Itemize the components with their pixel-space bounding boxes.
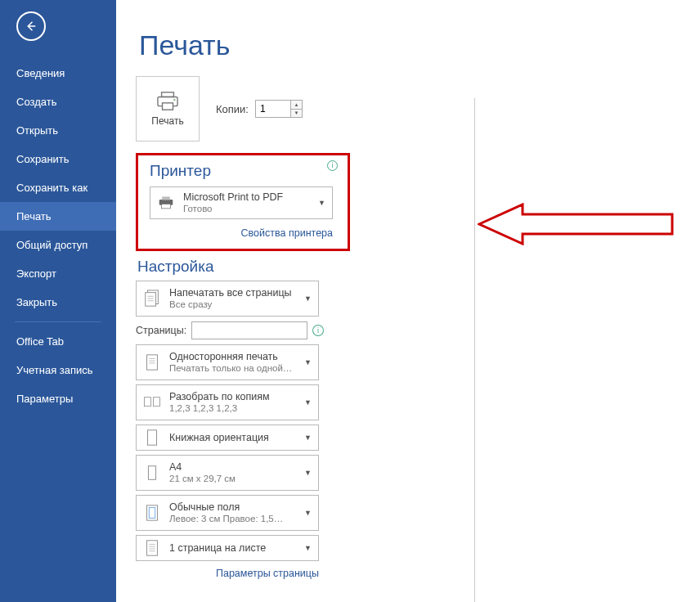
printer-device-icon [157,195,175,210]
printer-status: Готово [183,204,310,215]
svg-rect-8 [146,293,156,307]
setting-per-sheet-name: 1 страница на листе [169,542,296,555]
printer-name: Microsoft Print to PDF [183,191,310,204]
sidebar-item-export[interactable]: Экспорт [0,259,116,288]
pages-stack-icon [143,289,161,308]
svg-rect-0 [162,92,174,97]
setting-collate-sub: 1,2,3 1,2,3 1,2,3 [169,403,296,415]
setting-sides-sub: Печатать только на одной… [169,363,296,375]
pages-label: Страницы: [136,325,186,336]
setting-paper[interactable]: A4 21 см x 29,7 см ▼ [136,455,319,491]
sidebar-item-open[interactable]: Открыть [0,116,116,145]
sidebar-item-close[interactable]: Закрыть [0,288,116,317]
printer-section-highlight: i Принтер Microsoft Print to PDF Готово … [136,153,350,251]
svg-marker-27 [479,204,672,244]
setting-sides-name: Односторонняя печать [169,351,296,363]
settings-heading: Настройка [137,258,324,276]
sidebar-item-office-tab[interactable]: Office Tab [0,327,116,356]
sidebar-item-print[interactable]: Печать [0,202,116,231]
page-single-icon [143,353,161,372]
margins-icon [143,503,161,523]
setting-print-range-name: Напечатать все страницы [169,287,296,299]
main-panel: Печать Печать Копии: ▲▼ i [116,0,700,602]
sidebar-item-account[interactable]: Учетная запись [0,356,116,384]
arrow-left-annotation-icon [478,203,674,245]
annotation-arrow [478,203,674,245]
setting-collate[interactable]: Разобрать по копиям 1,2,3 1,2,3 1,2,3 ▼ [136,384,319,420]
chevron-down-icon: ▼ [304,398,312,407]
portrait-icon [143,428,161,447]
svg-rect-16 [145,398,151,407]
printer-heading: Принтер [150,162,336,180]
setting-orientation-name: Книжная ориентация [169,432,296,444]
pages-input[interactable] [191,321,307,339]
printer-properties-link[interactable]: Свойства принтера [150,227,333,239]
svg-point-3 [173,99,175,101]
printer-info-icon[interactable]: i [327,160,338,171]
setting-margins-name: Обычные поля [169,501,296,514]
svg-rect-19 [148,466,155,480]
chevron-down-icon: ▼ [318,199,325,207]
setting-paper-name: A4 [169,461,296,474]
setting-margins-sub: Левое: 3 см Правое: 1,5… [169,514,296,525]
sidebar-item-options[interactable]: Параметры [0,384,116,413]
arrow-left-icon [24,19,38,34]
setting-pages-per-sheet[interactable]: 1 страница на листе ▼ [136,535,319,561]
vertical-divider [474,98,475,602]
chevron-down-icon: ▼ [304,509,312,517]
collate-icon [143,393,161,412]
svg-rect-6 [162,204,171,209]
chevron-down-icon: ▼ [304,434,312,442]
sidebar-item-save[interactable]: Сохранить [0,145,116,173]
print-button-label: Печать [151,115,183,127]
copies-label: Копии: [216,103,249,115]
sidebar-item-info[interactable]: Сведения [0,59,116,88]
svg-rect-18 [148,430,157,445]
page-title: Печать [139,29,700,61]
sidebar-item-saveas[interactable]: Сохранить как [0,173,116,202]
print-button[interactable]: Печать [136,76,200,142]
printer-icon [155,91,180,112]
setting-sides[interactable]: Односторонняя печать Печатать только на … [136,344,319,380]
pages-info-icon[interactable]: i [312,325,324,336]
setting-print-range-sub: Все сразу [169,299,296,311]
sidebar-item-share[interactable]: Общий доступ [0,231,116,259]
chevron-down-icon: ▼ [304,469,312,477]
setting-paper-sub: 21 см x 29,7 см [169,474,296,485]
setting-print-range[interactable]: Напечатать все страницы Все сразу ▼ [136,281,319,317]
chevron-down-icon: ▼ [304,544,312,552]
setting-collate-name: Разобрать по копиям [169,391,296,403]
paper-icon [143,463,161,483]
svg-rect-17 [154,398,160,407]
backstage-sidebar: Сведения Создать Открыть Сохранить Сохра… [0,0,116,602]
page-lines-icon [143,538,161,558]
back-button[interactable] [16,11,46,41]
printer-selector[interactable]: Microsoft Print to PDF Готово ▼ [150,186,333,219]
setting-orientation[interactable]: Книжная ориентация ▼ [136,425,319,451]
svg-rect-22 [147,541,158,555]
setting-margins[interactable]: Обычные поля Левое: 3 см Правое: 1,5… ▼ [136,495,319,531]
svg-rect-5 [162,196,170,200]
chevron-down-icon: ▼ [304,294,312,303]
sidebar-item-new[interactable]: Создать [0,88,116,116]
sidebar-separator [15,321,101,322]
page-setup-link[interactable]: Параметры страницы [136,568,319,579]
chevron-down-icon: ▼ [304,358,312,366]
copies-spinner[interactable]: ▲▼ [290,101,302,117]
svg-rect-2 [163,103,173,110]
svg-rect-12 [147,355,158,370]
